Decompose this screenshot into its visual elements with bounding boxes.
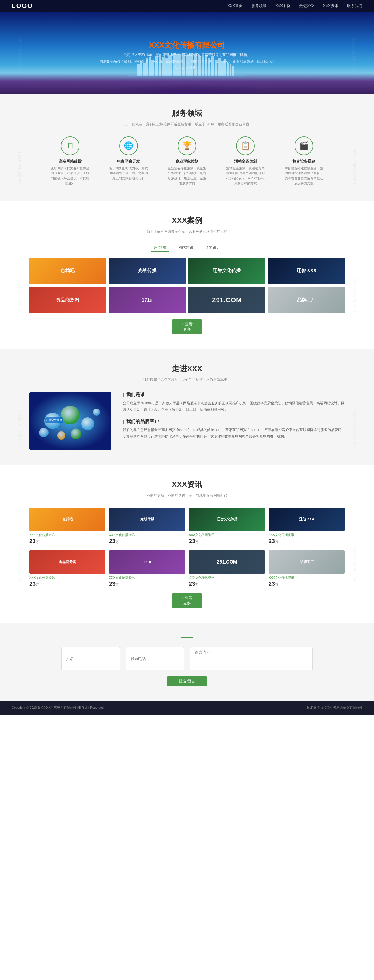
service-icon-4: 🎬 [294, 137, 313, 155]
hero-subtitle: 公司成立于2016年，是一家致力于品牌网络数字创意运营服务的互联网推广机构。 围… [99, 52, 275, 71]
hero-title-orange: 有限公司 [194, 41, 225, 49]
news-date: 23万 [269, 581, 345, 587]
nav-link-3[interactable]: 走进XXX [299, 3, 314, 8]
about-inner: 辽智XXX专属 我们是谁 公司成立于2016年，是一家致力于品牌网络数字创意运营… [29, 391, 345, 450]
contact-name-input[interactable] [61, 647, 120, 670]
news-category: XXX文化传播资讯 [29, 533, 105, 537]
case-item-7[interactable]: 品牌工厂 [268, 287, 345, 313]
service-desc-4: 舞台设备搭建提供服务，活动舞台设计搭建整个整合，统筹管理各自委所有单位会后反多力… [283, 166, 324, 186]
hero-section: XXX文化传播有限公司 公司成立于2016年，是一家致力于品牌网络数字创意运营服… [0, 12, 374, 94]
about-us-title: 我们是谁 [123, 391, 345, 398]
case-item-2[interactable]: 辽智文化传播 [188, 258, 265, 284]
about-brand-title: 我们的品牌客户 [123, 418, 345, 425]
news-item-news-grid-row2-3[interactable]: 品牌工厂XXX文化传播资讯23万 [269, 550, 345, 587]
hero-title-green: XXX文化传播 [149, 41, 194, 49]
case-tab-0[interactable]: 94 精准 [151, 244, 169, 252]
news-category: XXX文化传播资讯 [29, 576, 105, 580]
footer: Copyright © 2020 辽立XXX牛气电力有限公司 All Right… [0, 701, 374, 714]
nav-link-4[interactable]: XXX资讯 [323, 3, 338, 8]
news-category: XXX文化传播资讯 [109, 533, 185, 537]
nav-link-2[interactable]: XXX案例 [275, 3, 290, 8]
service-desc-2: 企业需要形象策划，从企业外观设计，行业纵横，是定形象设计，规划心里，企业发展的方… [167, 166, 207, 186]
news-more-btn[interactable]: + 查看更多 [172, 593, 202, 608]
news-date: 23万 [109, 538, 185, 544]
about-image: 辽智XXX专属 [29, 391, 111, 450]
case-item-1[interactable]: 光线传媒 [109, 258, 186, 284]
news-item-news-grid-row1-0[interactable]: 点我吧XXX文化传播资讯23万 [29, 508, 105, 544]
news-item-news-grid-row2-0[interactable]: 食品商务网XXX文化传播资讯23万 [29, 550, 105, 587]
service-item-4: 🎬 舞台设备搭建 舞台设备搭建提供服务，活动舞台设计搭建整个整合，统筹管理各自委… [283, 137, 324, 186]
case-item-4[interactable]: 食品商务网 [29, 287, 106, 313]
wm-right-about: 优加基科技优加基科技 [352, 409, 357, 444]
cases-title: XXX案例 [29, 215, 345, 226]
case-tabs: 94 精准网站建设形象设计 [29, 244, 345, 252]
contact-section: 提交留言 [0, 623, 374, 701]
contact-submit-btn[interactable]: 提交留言 [167, 676, 207, 686]
news-item-news-grid-row2-2[interactable]: Z91.COMXXX文化传播资讯23万 [189, 550, 265, 587]
case-item-3[interactable]: 辽智 XXX [268, 258, 345, 284]
news-date: 23万 [269, 538, 345, 544]
wm-left-hero: 优加基科技优加基科技 [18, 38, 23, 73]
news-grid: 点我吧XXX文化传播资讯23万光线传媒XXX文化传播资讯23万辽智文化传播XXX… [29, 508, 345, 544]
news-item-news-grid-row2-1[interactable]: 171uXXX文化传播资讯23万 [109, 550, 185, 587]
news-item-news-grid-row1-3[interactable]: 辽智 XXXXXX文化传播资讯23万 [269, 508, 345, 544]
wm-left-cases: 优加基科技优加基科技 [18, 277, 22, 312]
svg-point-38 [93, 409, 100, 415]
news-date: 23万 [189, 538, 265, 544]
nav-logo: LOGO [12, 2, 33, 10]
news-subtitle: 不断的更新、不断的迭进，基于当地地互联网新时代 [29, 493, 345, 499]
about-section: 优加基科技优加基科技 优加基科技优加基科技 走进XXX 我们围建了八年的积淀，我… [0, 349, 374, 465]
services-title: 服务领域 [23, 108, 351, 118]
svg-point-41 [57, 431, 65, 439]
case-item-6[interactable]: Z91.COM [188, 287, 265, 313]
wm-right-services: 优加基科技优加基科技 [352, 150, 357, 185]
news-category: XXX文化传播资讯 [189, 576, 265, 580]
contact-message-input[interactable] [190, 647, 313, 670]
news-section: 优加基科技优加基科技 优加基科技优加基科技 XXX资讯 不断的更新、不断的迭进，… [0, 465, 374, 623]
services-grid: 🖥 高端网站建设 互联网的时代为客户提供全面企业官方产品建设，互联网的强大平台建… [23, 137, 351, 186]
svg-rect-29 [129, 75, 245, 76]
service-item-3: 📋 活动全案策划 活动全案策划，从活动方案策划到最后整个活动的规划和活动的节后，… [225, 137, 266, 186]
nav-link-1[interactable]: 服务领域 [251, 3, 266, 8]
wm-right-news: 优加基科技优加基科技 [352, 546, 357, 581]
news-item-news-grid-row1-2[interactable]: 辽智文化传播XXX文化传播资讯23万 [189, 508, 265, 544]
cases-more-btn[interactable]: + 查看更多 [172, 319, 202, 334]
nav-link-0[interactable]: XXX首页 [227, 3, 242, 8]
service-item-0: 🖥 高端网站建设 互联网的时代为客户提供全面企业官方产品建设，互联网的强大平台建… [50, 137, 91, 186]
cases-subtitle: 致力于品牌网络数字创意运营服务的互联网推广机构 [29, 229, 345, 235]
about-title: 走进XXX [29, 364, 345, 374]
service-icon-2: 🏆 [178, 137, 196, 155]
svg-point-36 [81, 417, 94, 430]
about-subtitle: 我们围建了八年的积淀，我们制定标准并不断更新标准！ [29, 377, 345, 383]
service-name-4: 舞台设备搭建 [283, 159, 324, 164]
service-desc-3: 活动全案策划，从活动方案策划到最后整个活动的规划和活动的节后，AJAX对我们最多… [225, 166, 266, 186]
wm-right-hero: 优加基科技优加基科技 [351, 38, 356, 73]
nav-links: XXX首页服务领域XXX案例走进XXXXXX资讯联系我们 [227, 3, 362, 8]
footer-copyright: Copyright © 2020 辽立XXX牛气电力有限公司 All Right… [12, 706, 104, 710]
news-date: 23万 [29, 581, 105, 587]
contact-phone-input[interactable] [126, 647, 184, 670]
case-tab-1[interactable]: 网站建设 [175, 244, 196, 252]
wm-left-services: 优加基科技优加基科技 [18, 150, 22, 185]
news-item-news-grid-row1-1[interactable]: 光线传媒XXX文化传播资讯23万 [109, 508, 185, 544]
nav-link-5[interactable]: 联系我们 [347, 3, 362, 8]
hero-text-block: XXX文化传播有限公司 公司成立于2016年，是一家致力于品牌网络数字创意运营服… [99, 34, 275, 71]
services-subtitle: 八年的积淀，我们制定标准并不断更新标准！成立于 2014，服务近百家企业单位 [23, 121, 351, 128]
news-date: 23万 [189, 581, 265, 587]
footer-icp: 技术支持 辽XXX牛气电力传播有限公司 [307, 706, 362, 710]
about-us-text: 公司成立于2016年，是一家致力于品牌网络数字创意运营服务的互联网推广机构，围绕… [123, 400, 345, 413]
case-item-5[interactable]: 171u [109, 287, 186, 313]
case-item-0[interactable]: 点我吧 [29, 258, 106, 284]
svg-text:辽智XXX专属: 辽智XXX专属 [46, 419, 62, 422]
service-name-2: 企业形象策划 [167, 159, 207, 164]
wm-left-news: 优加基科技优加基科技 [18, 546, 22, 581]
news-category: XXX文化传播资讯 [269, 576, 345, 580]
service-name-1: 电商平台开发 [108, 159, 149, 164]
services-section: 优加基科技优加基科技 优加基科技优加基科技 服务领域 八年的积淀，我们制定标准并… [0, 94, 374, 201]
news-category: XXX文化传播资讯 [109, 576, 185, 580]
case-tab-2[interactable]: 形象设计 [202, 244, 223, 252]
service-name-0: 高端网站建设 [50, 159, 91, 164]
service-icon-3: 📋 [236, 137, 255, 155]
news-date: 23万 [29, 538, 105, 544]
service-desc-0: 互联网的时代为客户提供全面企业官方产品建设，互联网的强大平台建设，对网络抓化和 [50, 166, 91, 186]
